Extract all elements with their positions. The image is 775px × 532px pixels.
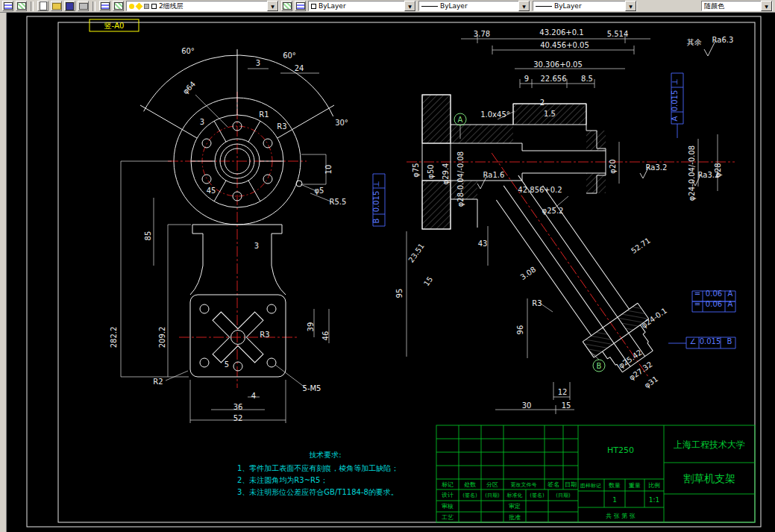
dim-label: φ25.2 [542,207,564,215]
grid-glyph-icon [4,2,13,10]
layer-dropdown[interactable]: 2细线层 ▼ [126,1,279,11]
gdt-datum: A [671,116,679,121]
title-block: HT250 上海工程技术大学 割草机支架 标记 处数 分区 更改文件号 签名 日… [436,425,755,522]
chevron-down-icon[interactable]: ▼ [267,1,278,11]
open-icon[interactable] [51,1,62,11]
dim-label: 39 [307,322,315,332]
top-toolbar: 2细线层 ▼ ByLayer ▼ ByLayer ▼ ByLayer ▼ 随颜色… [0,0,775,13]
toolbar-separator [92,1,95,11]
tech-req-line: 1、零件加工表面不应有刻痕，棱角等加工缺陷； [237,464,398,472]
dim-label: 3 [200,118,204,126]
arm-center-line [492,153,647,376]
dim-label: 24 [295,64,304,72]
linetype-dropdown-value: ByLayer [440,2,468,10]
dim-label: 45 [207,187,216,195]
rev-header: 分区 [486,481,498,488]
print-icon[interactable] [78,1,89,11]
dim-label: 42.856+0.2 [518,186,562,194]
material-label: HT250 [607,445,634,455]
dim-label: 40.456+0.05 [540,41,589,49]
plot-style-dropdown[interactable]: 随颜色 ▼ [701,1,773,11]
dim-label: 22.656 [541,75,567,83]
gdt-value: 0.06 [706,290,722,298]
rev-header: 签名 [547,481,559,488]
gdt-symbol: ⊥ [372,181,380,188]
dim-label: R3 [260,331,269,339]
dim-label: 95 [395,289,404,298]
save-icon[interactable] [64,1,75,11]
sign-cell: (签名) [530,492,545,498]
dim-label: 4 [251,392,256,400]
new-icon[interactable] [37,1,48,11]
info-header: 重量 [628,482,641,489]
dim-label: 43.206+0.1 [539,28,583,37]
toolbar-separator [31,1,34,11]
linetype-dropdown[interactable]: ByLayer ▼ [418,1,530,11]
dim-label: R3 [532,299,542,307]
chevron-down-icon[interactable]: ▼ [761,1,772,11]
layer-states-icon[interactable] [113,1,124,11]
dim-label: R3 [277,122,286,131]
gdt-value: 0.015 [671,90,679,112]
chevron-down-icon[interactable]: ▼ [404,1,415,11]
dim-label: 60° [283,51,296,60]
dim-label: R1 [259,110,269,119]
sign-cell: 设计 [442,492,454,498]
dim-label: 8.5 [581,75,593,83]
gdt-symbol: = [694,300,700,308]
gdt-datum: B [372,218,380,223]
make-object-layer-current-icon[interactable] [281,1,292,11]
dim-label: 30 [522,401,532,410]
color-dropdown[interactable]: ByLayer ▼ [308,1,416,11]
layer-dropdown-value: 2细线层 [159,1,183,11]
sheet-note: 共 张 第 张 [606,513,636,519]
layer-previous-icon[interactable] [295,1,306,11]
dim-label: φ50 [427,164,435,178]
sign-cell: 批准 [509,514,521,521]
chevron-down-icon[interactable]: ▼ [625,1,636,11]
dim-label: 1.5 [544,110,556,118]
window-left-border [0,13,7,532]
dim-label: 36 [233,403,243,411]
layer-states-glyph-icon [114,2,123,10]
datum-b-label: B [597,362,602,370]
snap-icon[interactable] [16,1,27,11]
rev-header: 标记 [442,481,454,488]
dim-label: R2 [153,378,163,386]
dim-label: 52 [233,414,243,422]
tech-req-title: 技术要求: [309,451,341,459]
dim-label: 60° [181,47,195,55]
layout-tag-label: 竖-A0 [104,22,125,30]
info-header: 比例 [648,482,660,489]
layer-on-icon [129,4,134,9]
layer-previous-glyph-icon [296,2,305,10]
dim-label: φ29.4 [442,163,450,185]
dim-label: Ra1.6 [483,171,505,179]
linetype-preview-icon [421,6,438,7]
grid-icon[interactable] [2,1,13,11]
tech-req-line: 3、未注明形位公差应符合GB/T1184-8的要求。 [237,488,398,496]
plot-style-dropdown-value: 随颜色 [704,1,724,11]
dim-label: 9 [524,75,529,83]
gdt-datum: A [728,290,733,298]
rev-header: 更改文件号 [511,481,537,488]
drawing-canvas[interactable]: 竖-A0 [0,0,775,532]
dim-label: 85 [144,231,152,241]
rev-header: 处数 [464,481,476,488]
lineweight-preview-icon [536,6,552,7]
snap-glyph-icon [17,2,26,10]
dim-label: 96 [516,325,524,335]
drawing-frame [27,16,761,527]
color-dropdown-value: ByLayer [319,2,346,10]
scale-value: 1:1 [649,496,659,504]
dim-label: 30° [335,119,348,127]
gdt-datum: A [728,300,733,308]
gdt-symbol: ∠ [690,337,697,345]
dim-label: 3.78 [474,30,490,38]
info-header: 数量 [609,482,621,489]
lineweight-dropdown[interactable]: ByLayer ▼ [533,1,637,11]
dim-label: 10 [324,165,333,175]
dim-label: 其余 [687,38,702,46]
layers-icon[interactable] [99,1,110,11]
chevron-down-icon[interactable]: ▼ [518,1,530,11]
